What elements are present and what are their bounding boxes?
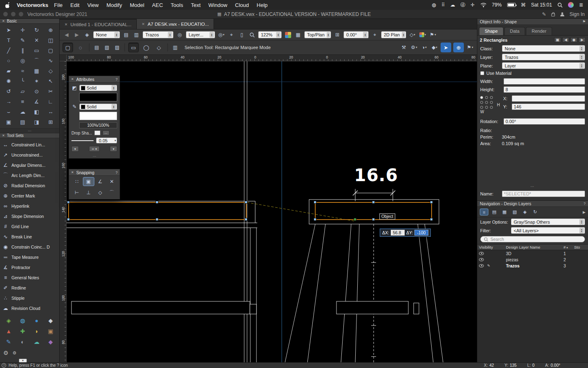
polygon-tool[interactable]: ▰ — [2, 66, 16, 76]
smart-cursor-button[interactable]: ➤ — [441, 43, 451, 52]
palette-resize-handle[interactable]: ⋯ — [69, 154, 120, 158]
classes-icon[interactable]: ▧ — [510, 209, 519, 215]
saved-views-icon[interactable]: ◈ — [83, 31, 91, 39]
freehand-tool[interactable]: ∿ — [44, 56, 58, 66]
layer-row[interactable]: ✎ piezas 2 — [477, 256, 588, 263]
menu-item[interactable]: Modify — [107, 2, 122, 8]
pen-color-swatch[interactable] — [79, 112, 117, 120]
design-layers-icon[interactable]: ▤ — [490, 209, 499, 215]
flag-dropdown[interactable]: ⚑▾ — [429, 31, 437, 39]
render-style-dropdown[interactable]: ◑▾ — [420, 44, 428, 52]
layer-options-select[interactable]: Gray/Snap Others ▴▾ — [511, 218, 585, 225]
minimize-window-button[interactable] — [11, 12, 16, 16]
status-circle-icon[interactable]: ◍ — [432, 2, 436, 8]
grid-snap-toggle[interactable]: ∷ — [71, 177, 83, 186]
selection-handle[interactable] — [372, 201, 375, 204]
zoom-tool[interactable]: ⊕ — [44, 25, 58, 35]
center-mark-tool[interactable]: ⊕ Center Mark — [0, 191, 59, 201]
oval-tool[interactable]: ◎ — [16, 56, 29, 66]
settings-gear-small-icon[interactable]: ⚙ — [13, 350, 17, 356]
utility-tools-icon[interactable]: ⚒ — [400, 44, 408, 52]
delta-y-field[interactable]: -100 — [414, 230, 428, 236]
close-icon[interactable]: ✕ — [71, 171, 74, 174]
number-column-header[interactable]: #▴ — [564, 245, 574, 249]
wifi-icon[interactable] — [480, 2, 487, 7]
tangent-snap-toggle[interactable]: ⊥ — [83, 188, 95, 197]
cloud-status-icon[interactable]: ☁ — [450, 2, 455, 8]
menu-item[interactable]: File — [54, 2, 62, 8]
saved-views-icon[interactable]: ◈ — [521, 209, 529, 215]
reference-point-radio[interactable] — [490, 101, 493, 104]
pen-style-dropdown[interactable]: Solid ▴▾ — [79, 103, 117, 110]
split-tool[interactable]: ✂ — [44, 86, 58, 96]
tape-measure-tool[interactable]: ═ Tape Measure — [0, 252, 59, 262]
plan-rotation-field[interactable]: 0.00° ▴▾ — [343, 31, 369, 38]
menu-item[interactable]: Cloud — [235, 2, 249, 8]
user-icon[interactable] — [560, 11, 565, 17]
protractor-toolset-tool[interactable]: ∡ Protractor — [0, 262, 59, 272]
menu-item[interactable]: View — [87, 2, 99, 8]
smart-point-snap-toggle[interactable]: ◇ — [94, 188, 106, 197]
symbol-insertion-icon[interactable]: ▧ — [103, 44, 111, 52]
fillet-tool[interactable]: ╰ — [16, 76, 29, 86]
height-field[interactable]: 8 — [503, 86, 585, 93]
stories-column-header[interactable]: Sto — [574, 245, 586, 249]
panel-resize-handle[interactable]: ⋯ — [477, 184, 588, 188]
close-icon[interactable]: ✕ — [2, 19, 5, 23]
distance-snap-toggle[interactable]: ⊢ — [71, 188, 83, 197]
plane-select[interactable]: Layer ▴▾ — [502, 62, 585, 69]
circle-tool[interactable]: ○ — [2, 56, 16, 66]
close-tab-icon[interactable]: ✕ — [142, 22, 145, 26]
drawing-canvas[interactable]: 16.6 Object ΔX: 56.8 ΔY: -100 — [67, 61, 477, 362]
angular-dimension-tool[interactable]: ∠ Angular Dimens... — [0, 160, 59, 170]
navigation-header[interactable]: Navigation - Design Layers ? — [477, 201, 588, 207]
spiral-tool[interactable]: ✺ — [2, 76, 16, 86]
flyover-tool[interactable]: ↻ — [30, 25, 44, 35]
plan-mode-dropdown[interactable]: 2D Plan ▴▾ — [381, 31, 406, 38]
back-button[interactable]: ◀ — [62, 31, 71, 39]
sign-in-button[interactable]: Sign In — [570, 11, 585, 17]
battery-icon[interactable] — [507, 3, 516, 7]
toolset-category-4[interactable]: ◆ — [44, 315, 58, 326]
use-material-checkbox[interactable] — [480, 71, 484, 75]
navigation-graphics-icon[interactable]: ◎ — [176, 31, 184, 39]
spotlight-search-icon[interactable] — [557, 2, 563, 8]
menu-item[interactable]: Window — [208, 2, 227, 8]
lasso-marquee-mode-button[interactable]: ◌ — [75, 43, 86, 52]
close-icon[interactable]: ✕ — [71, 77, 74, 81]
reference-point-radio[interactable] — [480, 101, 483, 104]
previous-object-button[interactable]: ◀ — [562, 37, 569, 43]
selection-handle[interactable] — [314, 218, 316, 221]
rotation-field[interactable]: 0.00° — [503, 118, 585, 125]
toolset-category-1[interactable]: ◈ — [2, 315, 16, 326]
redline-tool[interactable]: ✐ Redline — [0, 283, 59, 293]
help-icon[interactable]: ? — [116, 77, 118, 81]
multiple-view-panes-dropdown[interactable]: ◇▾ — [408, 31, 416, 39]
object-info-header[interactable]: Object Info - Shape ⚑ — [477, 19, 588, 25]
close-window-button[interactable] — [3, 12, 8, 16]
line-weight-dropdown[interactable]: 0.05 ▾ — [96, 137, 117, 144]
selection-handle[interactable] — [245, 201, 247, 204]
multiple-objects-icon[interactable]: ▣ — [554, 37, 561, 43]
shear-tool[interactable]: ▱ — [16, 86, 29, 96]
object-snap-toggle[interactable]: ▣ — [83, 177, 95, 186]
render-mode-icon[interactable]: ▦ — [294, 31, 302, 39]
constrained-linear-dimension-tool[interactable]: ↔ Constrained Lin... — [0, 139, 59, 150]
toolset-category-11[interactable]: ☁ — [30, 337, 44, 347]
star-tool[interactable]: ✶ — [30, 76, 44, 86]
close-icon[interactable]: ✕ — [2, 134, 5, 137]
wheel-tool[interactable]: ⊙ — [30, 86, 44, 96]
delta-x-field[interactable]: 56.8 — [391, 230, 405, 236]
arc-by-points-tool[interactable]: ⌣ — [2, 107, 16, 117]
pan-tool[interactable]: ✛ — [16, 25, 29, 35]
double-line-tool[interactable]: ∥ — [16, 45, 29, 56]
surface-tool[interactable]: ▦ — [30, 66, 44, 76]
rectangle-tool[interactable]: ▭ — [30, 45, 44, 56]
object-preview-icon[interactable]: ▨ — [113, 44, 121, 52]
polyline-tool[interactable]: ≈ — [16, 66, 29, 76]
reference-point-radio[interactable] — [480, 96, 483, 99]
selection-handle[interactable] — [314, 201, 316, 204]
lock-icon[interactable] — [551, 13, 555, 16]
siri-icon[interactable] — [568, 2, 574, 8]
x-field[interactable] — [512, 95, 585, 102]
